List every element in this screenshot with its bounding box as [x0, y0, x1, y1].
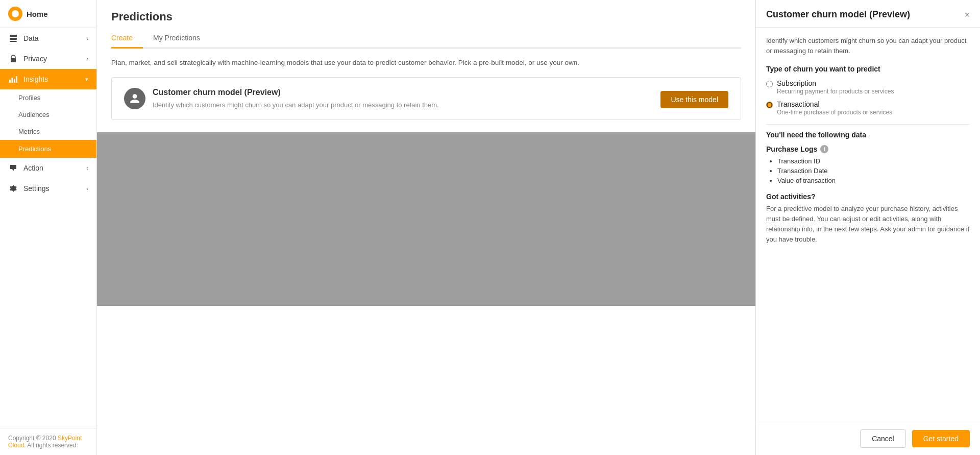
model-card-left: Customer churn model (Preview) Identify … — [124, 88, 439, 109]
panel-header: Customer churn model (Preview) × — [756, 0, 980, 28]
sidebar-item-data[interactable]: Data ‹ — [0, 28, 96, 49]
insights-arrow: ▾ — [85, 76, 88, 83]
sidebar-sub-metrics[interactable]: Metrics — [0, 123, 96, 140]
sidebar-logo: Home — [0, 0, 96, 28]
model-card-avatar — [124, 88, 145, 109]
panel-close-button[interactable]: × — [964, 10, 970, 19]
sidebar-logo-text: Home — [27, 10, 48, 18]
page-title: Predictions — [111, 10, 741, 23]
sidebar-item-action[interactable]: Action ‹ — [0, 158, 96, 178]
subscription-sublabel: Recurring payment for products or servic… — [777, 88, 894, 95]
radio-transactional: Transactional One-time purchase of produ… — [766, 100, 970, 116]
settings-arrow: ‹ — [86, 185, 88, 191]
sidebar-item-privacy[interactable]: Privacy ‹ — [0, 49, 96, 69]
svg-rect-3 — [10, 41, 17, 42]
sidebar-settings-label: Settings — [23, 184, 50, 193]
sidebar-sub-predictions[interactable]: Predictions — [0, 140, 96, 158]
sidebar-item-insights[interactable]: Insights ▾ — [0, 69, 96, 89]
data-section: You'll need the following data Purchase … — [766, 131, 970, 184]
tab-my-predictions[interactable]: My Predictions — [153, 30, 210, 49]
page-header: Predictions Create My Predictions — [97, 0, 755, 49]
model-card: Customer churn model (Preview) Identify … — [111, 77, 741, 120]
panel-title: Customer churn model (Preview) — [766, 9, 910, 20]
panel-body: Identify which customers might churn so … — [756, 28, 980, 422]
subscription-radio[interactable] — [766, 81, 773, 87]
svg-rect-1 — [10, 35, 17, 37]
sidebar-predictions-label: Predictions — [18, 145, 51, 153]
sidebar-sub-profiles[interactable]: Profiles — [0, 89, 96, 106]
app-logo-icon — [8, 7, 22, 21]
radio-subscription: Subscription Recurring payment for produ… — [766, 79, 970, 95]
page-description: Plan, market, and sell strategically wit… — [97, 49, 755, 77]
sidebar-insights-label: Insights — [23, 75, 48, 83]
tabs: Create My Predictions — [111, 30, 741, 49]
divider-1 — [766, 124, 970, 125]
copyright-text: Copyright © 2020 — [8, 435, 58, 442]
radio-group: Subscription Recurring payment for produ… — [766, 79, 970, 116]
lock-icon — [8, 55, 18, 63]
sidebar-metrics-label: Metrics — [18, 128, 40, 135]
data-arrow: ‹ — [86, 35, 88, 41]
data-icon — [8, 34, 18, 42]
sidebar-item-settings[interactable]: Settings ‹ — [0, 178, 96, 199]
data-section-title: You'll need the following data — [766, 131, 970, 139]
info-icon: i — [820, 145, 828, 153]
sidebar-profiles-label: Profiles — [18, 94, 40, 102]
list-item: Value of transaction — [777, 177, 970, 184]
chart-icon — [8, 76, 18, 83]
svg-point-0 — [12, 10, 19, 17]
main-area: Predictions Create My Predictions Plan, … — [97, 0, 755, 455]
purchase-logs-label: Purchase Logs — [766, 145, 817, 153]
copyright-suffix: . All rights reserved. — [24, 442, 78, 449]
svg-rect-5 — [9, 80, 11, 83]
svg-rect-8 — [16, 76, 18, 83]
sidebar-privacy-label: Privacy — [23, 55, 47, 63]
subscription-label: Subscription — [777, 79, 816, 87]
list-item: Transaction Date — [777, 167, 970, 175]
panel-subtitle: Identify which customers might churn so … — [766, 36, 970, 56]
transactional-radio[interactable] — [766, 102, 773, 108]
svg-rect-6 — [12, 78, 13, 83]
sidebar-audiences-label: Audiences — [18, 111, 50, 118]
sidebar-data-label: Data — [23, 34, 39, 42]
model-card-info: Customer churn model (Preview) Identify … — [153, 88, 439, 109]
action-arrow: ‹ — [86, 165, 88, 171]
privacy-arrow: ‹ — [86, 56, 88, 62]
right-panel: Customer churn model (Preview) × Identif… — [755, 0, 980, 455]
tab-create[interactable]: Create — [111, 30, 143, 49]
svg-rect-2 — [10, 38, 17, 40]
got-activities-section: Got activities? For a predictive model t… — [766, 193, 970, 245]
sidebar: Home Data ‹ Privacy ‹ Insights ▾ Profile… — [0, 0, 97, 455]
sidebar-footer: Copyright © 2020 SkyPoint Cloud. All rig… — [0, 428, 96, 455]
gray-overlay — [97, 132, 755, 306]
svg-rect-4 — [11, 58, 16, 62]
use-model-button[interactable]: Use this model — [660, 91, 728, 108]
churn-type-section-title: Type of churn you want to predict — [766, 65, 970, 73]
model-card-desc: Identify which customers might churn so … — [153, 101, 439, 109]
transactional-sublabel: One-time purchase of products or service… — [777, 109, 892, 116]
model-card-title: Customer churn model (Preview) — [153, 88, 439, 97]
purchase-logs-list: Transaction ID Transaction Date Value of… — [766, 157, 970, 184]
main-content: Predictions Create My Predictions Plan, … — [97, 0, 755, 455]
settings-icon — [8, 184, 18, 193]
got-activities-title: Got activities? — [766, 193, 970, 201]
got-activities-desc: For a predictive model to analyze your p… — [766, 204, 970, 245]
action-icon — [8, 164, 18, 172]
get-started-button[interactable]: Get started — [912, 430, 970, 447]
panel-footer: Cancel Get started — [756, 422, 980, 455]
purchase-logs-title: Purchase Logs i — [766, 145, 970, 153]
cancel-button[interactable]: Cancel — [860, 429, 906, 448]
transactional-label: Transactional — [777, 100, 820, 108]
svg-rect-7 — [14, 79, 15, 83]
sidebar-action-label: Action — [23, 164, 43, 172]
svg-marker-9 — [10, 165, 16, 171]
list-item: Transaction ID — [777, 157, 970, 165]
sidebar-sub-audiences[interactable]: Audiences — [0, 106, 96, 123]
